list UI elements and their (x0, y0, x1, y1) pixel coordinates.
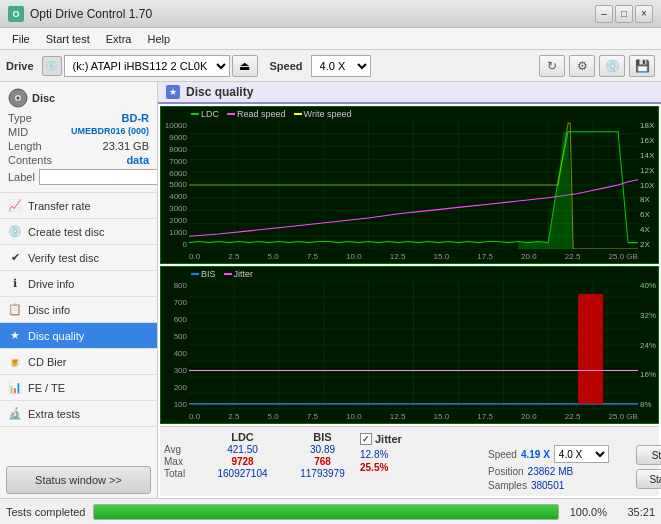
svg-rect-42 (578, 294, 603, 404)
position-value: 23862 MB (528, 466, 574, 477)
jitter-max: 25.5% (360, 462, 480, 473)
nav-verify-test-disc-label: Verify test disc (28, 252, 99, 264)
x-axis-bottom: 0.0 2.5 5.0 7.5 10.0 12.5 15.0 17.5 20.0… (189, 409, 638, 423)
speed-label: Speed (270, 60, 303, 72)
bis-header: BIS (285, 431, 360, 443)
chart-bottom: BIS Jitter 800 700 600 500 400 300 200 (160, 266, 659, 424)
progress-bar-fill (94, 505, 558, 519)
menu-file[interactable]: File (4, 31, 38, 47)
fe-te-icon: 📊 (8, 381, 22, 395)
samples-value: 380501 (531, 480, 564, 491)
chart-top: LDC Read speed Write speed 10000 9000 (160, 106, 659, 264)
nav-disc-info[interactable]: 📋 Disc info (0, 297, 157, 323)
app-icon: O (8, 6, 24, 22)
legend-bis: BIS (191, 269, 216, 279)
y-axis-left-bottom: 800 700 600 500 400 300 200 100 (161, 281, 189, 409)
sidebar: Disc Type BD-R MID UMEBDR016 (000) Lengt… (0, 82, 158, 498)
nav-transfer-rate[interactable]: 📈 Transfer rate (0, 193, 157, 219)
legend-read-speed: Read speed (227, 109, 286, 119)
drive-selector[interactable]: (k:) ATAPI iHBS112 2 CL0K (64, 55, 230, 77)
nav-disc-info-label: Disc info (28, 304, 70, 316)
drive-info-icon: ℹ (8, 277, 22, 291)
avg-label: Avg (164, 444, 200, 455)
disc-svg-icon (8, 88, 28, 108)
read-speed-legend-label: Read speed (237, 109, 286, 119)
max-bis: 768 (285, 456, 360, 467)
progressbar-container: Tests completed 100.0% 35:21 (0, 498, 661, 524)
legend-ldc: LDC (191, 109, 219, 119)
type-value: BD-R (122, 112, 150, 124)
position-label: Position (488, 466, 524, 477)
progress-time: 35:21 (615, 506, 655, 518)
disc-button[interactable]: 💿 (599, 55, 625, 77)
drive-label: Drive (6, 60, 34, 72)
y-axis-left-top: 10000 9000 8000 7000 6000 5000 4000 3000… (161, 121, 189, 249)
maximize-button[interactable]: □ (615, 5, 633, 23)
mid-label: MID (8, 126, 28, 138)
disc-mid-row: MID UMEBDR016 (000) (8, 126, 149, 138)
nav-fe-te-label: FE / TE (28, 382, 65, 394)
titlebar-controls: – □ × (595, 5, 653, 23)
total-ldc: 160927104 (200, 468, 285, 479)
jitter-legend-label: Jitter (234, 269, 254, 279)
eject-button[interactable]: ⏏ (232, 55, 258, 77)
settings-button[interactable]: ⚙ (569, 55, 595, 77)
menu-extra[interactable]: Extra (98, 31, 140, 47)
nav-fe-te[interactable]: 📊 FE / TE (0, 375, 157, 401)
speed-stat-select[interactable]: 4.0 X (554, 445, 609, 463)
svg-marker-23 (518, 132, 573, 249)
menubar: File Start test Extra Help (0, 28, 661, 50)
nav-extra-tests[interactable]: 🔬 Extra tests (0, 401, 157, 427)
content-header-title: Disc quality (186, 85, 253, 99)
status-window-button[interactable]: Status window >> (6, 466, 151, 494)
nav-disc-quality[interactable]: ★ Disc quality (0, 323, 157, 349)
total-bis: 11793979 (285, 468, 360, 479)
legend-jitter: Jitter (224, 269, 254, 279)
label-label: Label (8, 171, 35, 183)
menu-start-test[interactable]: Start test (38, 31, 98, 47)
nav-drive-info[interactable]: ℹ Drive info (0, 271, 157, 297)
contents-value: data (126, 154, 149, 166)
disc-contents-row: Contents data (8, 154, 149, 166)
nav-create-test-disc-label: Create test disc (28, 226, 104, 238)
label-input[interactable] (39, 169, 158, 185)
label-row: Label ⭐ (8, 168, 149, 186)
nav-drive-info-label: Drive info (28, 278, 74, 290)
y-axis-right-bottom: 40% 32% 24% 16% 8% (638, 281, 658, 409)
nav-disc-quality-label: Disc quality (28, 330, 84, 342)
bis-legend-dot (191, 273, 199, 275)
titlebar: O Opti Drive Control 1.70 – □ × (0, 0, 661, 28)
nav-cd-bier[interactable]: 🍺 CD Bier (0, 349, 157, 375)
nav-verify-test-disc[interactable]: ✔ Verify test disc (0, 245, 157, 271)
minimize-button[interactable]: – (595, 5, 613, 23)
create-test-disc-icon: 💿 (8, 225, 22, 239)
nav-create-test-disc[interactable]: 💿 Create test disc (0, 219, 157, 245)
content-header-icon: ★ (166, 85, 180, 99)
save-button[interactable]: 💾 (629, 55, 655, 77)
avg-ldc: 421.50 (200, 444, 285, 455)
start-full-button[interactable]: Start full (636, 445, 661, 465)
close-button[interactable]: × (635, 5, 653, 23)
titlebar-title: Opti Drive Control 1.70 (30, 7, 152, 21)
speed-stat-label: Speed (488, 449, 517, 460)
jitter-checkbox[interactable]: ✓ (360, 433, 372, 445)
drive-select-container: 💿 (k:) ATAPI iHBS112 2 CL0K ⏏ (42, 55, 258, 77)
samples-label: Samples (488, 480, 527, 491)
refresh-button[interactable]: ↻ (539, 55, 565, 77)
disc-quality-icon: ★ (8, 329, 22, 343)
length-label: Length (8, 140, 42, 152)
legend-write-speed: Write speed (294, 109, 352, 119)
mid-value: UMEBDR016 (000) (71, 126, 149, 138)
jitter-legend-dot (224, 273, 232, 275)
toolbar: Drive 💿 (k:) ATAPI iHBS112 2 CL0K ⏏ Spee… (0, 50, 661, 82)
disc-type-row: Type BD-R (8, 112, 149, 124)
disc-info-icon: 📋 (8, 303, 22, 317)
start-part-button[interactable]: Start part (636, 469, 661, 489)
ldc-header: LDC (200, 431, 285, 443)
menu-help[interactable]: Help (139, 31, 178, 47)
extra-tests-icon: 🔬 (8, 407, 22, 421)
speed-selector[interactable]: 4.0 X (311, 55, 371, 77)
disc-info-panel: Disc Type BD-R MID UMEBDR016 (000) Lengt… (0, 82, 157, 193)
ldc-legend-label: LDC (201, 109, 219, 119)
contents-label: Contents (8, 154, 52, 166)
